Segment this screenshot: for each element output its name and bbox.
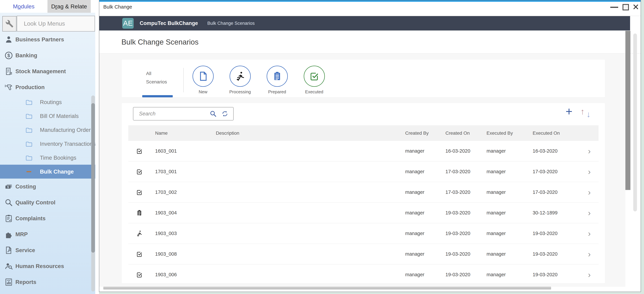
- sidebar-item-bulk-change[interactable]: Bulk Change: [0, 165, 95, 179]
- window-scrollbar-thumb[interactable]: [633, 33, 637, 211]
- money-icon: $: [4, 182, 13, 191]
- sidebar-item-label: Banking: [16, 52, 37, 59]
- all-scenarios-label-line1: All: [146, 71, 151, 76]
- sidebar-item-bill-of-materials[interactable]: Bill Of Materials: [0, 109, 95, 123]
- search-box: [133, 107, 234, 120]
- table-row-1703-002[interactable]: 1703_002manager17-03-2020manager17-03-20…: [128, 182, 598, 203]
- table-row-1903-003[interactable]: 1903_003manager19-03-2020manager19-03-20…: [128, 223, 598, 244]
- executed-status-icon: [136, 189, 143, 196]
- sidebar-item-costing[interactable]: $Costing: [0, 179, 95, 195]
- tab-label: Processing: [229, 89, 251, 94]
- col-header-name: Name: [155, 130, 216, 136]
- sidebar-item-reports[interactable]: Reports: [0, 274, 95, 290]
- service-icon: [4, 246, 13, 255]
- sidebar-tab-modules[interactable]: Modules: [0, 0, 48, 13]
- folder-icon: [25, 140, 33, 148]
- sidebar-item-service[interactable]: Service: [0, 242, 95, 258]
- chevron-right-icon[interactable]: ›: [588, 167, 591, 176]
- horizontal-scrollbar-thumb[interactable]: [103, 287, 551, 290]
- sidebar-menu: Business Partners$BankingStock Managemen…: [0, 31, 95, 290]
- runner-icon: [235, 71, 245, 81]
- sidebar-item-label: Manufacturing Order: [40, 127, 91, 133]
- cell-created_by: manager: [405, 148, 446, 154]
- sidebar-item-manufacturing-order[interactable]: Manufacturing Order: [0, 123, 95, 137]
- col-header-created-on: Created On: [446, 130, 486, 136]
- cell-name: 1703_001: [155, 169, 216, 174]
- window-title: Bulk Change: [103, 4, 132, 10]
- wrench-tool-button[interactable]: [2, 16, 16, 31]
- sidebar-item-mrp[interactable]: MRP: [0, 226, 95, 242]
- chevron-right-icon[interactable]: ›: [588, 188, 591, 197]
- dash-icon: [25, 168, 33, 176]
- sidebar-item-time-bookings[interactable]: Time Bookings: [0, 151, 95, 165]
- sort-down-icon: ↓: [586, 109, 591, 119]
- cell-executed_on: 17-03-2020: [533, 169, 580, 174]
- tab-executed[interactable]: Executed: [296, 59, 333, 97]
- sidebar-item-banking[interactable]: $Banking: [0, 47, 95, 63]
- tab-label: New: [198, 89, 207, 94]
- chevron-right-icon[interactable]: ›: [588, 250, 591, 259]
- processing-status-icon: [136, 230, 143, 237]
- app-header: AE CompuTec BulkChange Bulk Change Scena…: [99, 16, 630, 30]
- table-body: 1603_001manager16-03-2020manager16-03-20…: [128, 141, 598, 284]
- tab-processing[interactable]: Processing: [222, 59, 258, 97]
- col-header-executed-on: Executed On: [533, 130, 580, 136]
- search-input[interactable]: [133, 107, 210, 120]
- report-icon: [4, 278, 13, 287]
- sidebar-item-label: Service: [16, 247, 35, 254]
- chevron-right-icon[interactable]: ›: [588, 208, 591, 217]
- clipboard-icon: [4, 214, 13, 223]
- table-row-1903-004[interactable]: 1903_004manager19-03-2020manager30-12-18…: [128, 203, 598, 223]
- executed-status-icon: [136, 271, 143, 278]
- person-icon: [4, 35, 13, 44]
- sidebar-item-label: Reports: [16, 279, 36, 285]
- maximize-button[interactable]: [622, 4, 629, 10]
- sidebar-item-business-partners[interactable]: Business Partners: [0, 31, 95, 47]
- search-icon[interactable]: [210, 110, 217, 117]
- close-button[interactable]: [632, 4, 639, 10]
- check-square-icon: [309, 71, 320, 81]
- sidebar-item-label: MRP: [16, 231, 28, 238]
- add-scenario-button[interactable]: +: [562, 105, 576, 118]
- minimize-button[interactable]: [610, 7, 618, 8]
- tab-prepared[interactable]: Prepared: [258, 59, 296, 97]
- sidebar-item-routings[interactable]: Routings: [0, 95, 95, 109]
- sidebar-item-human-resources[interactable]: Human Resources: [0, 258, 95, 274]
- table-row-1903-008[interactable]: 1903_008manager19-03-2020manager19-03-20…: [128, 244, 598, 265]
- bulk-change-window: Bulk Change AE CompuTec BulkChange Bulk …: [99, 0, 641, 292]
- tab-all-scenarios[interactable]: All Scenarios: [140, 59, 177, 97]
- cell-created_on: 19-03-2020: [446, 210, 486, 216]
- cell-created_on: 19-03-2020: [446, 251, 486, 257]
- cell-created_on: 17-03-2020: [446, 190, 486, 195]
- table-row-1603-001[interactable]: 1603_001manager16-03-2020manager16-03-20…: [128, 141, 598, 162]
- sidebar-item-production[interactable]: Production: [0, 79, 95, 95]
- table-row-1903-006[interactable]: 1903_006manager19-03-2020manager19-03-20…: [128, 265, 598, 284]
- content-scrollbar-thumb[interactable]: [626, 31, 630, 190]
- sidebar-tab-drag-relate[interactable]: Drag & Relate: [48, 0, 91, 13]
- sidebar-item-stock-management[interactable]: Stock Management: [0, 63, 95, 79]
- lookup-menus-input[interactable]: [17, 16, 100, 31]
- svg-text:$: $: [7, 185, 9, 188]
- breadcrumb: Bulk Change Scenarios: [207, 21, 254, 26]
- chevron-right-icon[interactable]: ›: [588, 147, 591, 155]
- sidebar-item-inventory-transactions[interactable]: Inventory Transactions: [0, 137, 95, 151]
- sort-button[interactable]: ↑ ↓: [578, 107, 596, 120]
- cell-name: 1903_004: [155, 210, 216, 216]
- executed-status-icon: [136, 148, 143, 154]
- tab-new[interactable]: New: [184, 59, 222, 97]
- cell-executed_by: manager: [486, 169, 533, 174]
- puzzle-icon: [4, 230, 13, 239]
- sidebar-item-complaints[interactable]: Complaints: [0, 210, 95, 226]
- status-filter-tabs: NewProcessingPreparedExecuted: [184, 59, 333, 97]
- table-row-1703-001[interactable]: 1703_001manager17-03-2020manager17-03-20…: [128, 162, 598, 182]
- executed-status-icon: [136, 168, 143, 175]
- cell-executed_by: manager: [486, 251, 533, 257]
- cell-executed_on: 19-03-2020: [533, 231, 580, 236]
- refresh-icon[interactable]: [221, 110, 228, 117]
- cell-created_by: manager: [405, 231, 446, 236]
- chevron-right-icon[interactable]: ›: [588, 270, 591, 279]
- chevron-right-icon[interactable]: ›: [588, 229, 591, 238]
- folder-icon: [25, 98, 33, 106]
- sidebar-scrollbar-thumb[interactable]: [91, 103, 95, 253]
- sidebar-item-quality-control[interactable]: Quality Control: [0, 195, 95, 210]
